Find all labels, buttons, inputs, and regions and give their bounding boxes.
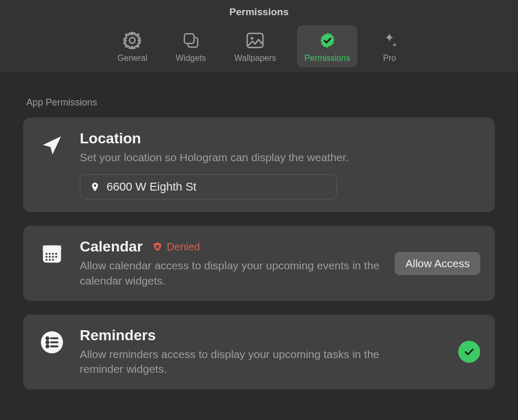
window-title: Permissions — [0, 6, 518, 18]
pin-icon — [90, 180, 100, 194]
reminders-title: Reminders — [80, 327, 156, 344]
svg-point-9 — [52, 253, 54, 255]
svg-point-12 — [49, 256, 51, 258]
content: App Permissions Location Set your locati… — [0, 73, 518, 390]
section-heading: App Permissions — [26, 97, 495, 108]
toolbar: Permissions General Widgets — [0, 0, 518, 73]
reminders-card: Reminders Allow reminders access to disp… — [23, 314, 495, 390]
calendar-icon — [38, 239, 66, 268]
allow-access-button[interactable]: Allow Access — [395, 252, 480, 275]
location-description: Set your location so Hologram can displa… — [80, 150, 389, 165]
svg-point-7 — [46, 253, 48, 255]
tab-permissions[interactable]: Permissions — [297, 25, 357, 67]
calendar-status-label: Denied — [167, 241, 200, 253]
tab-wallpapers[interactable]: Wallpapers — [227, 25, 283, 67]
tabs: General Widgets Wallpapers — [0, 25, 518, 72]
svg-point-13 — [52, 256, 54, 258]
location-title: Location — [80, 130, 141, 147]
location-value: 6600 W Eighth St — [107, 180, 196, 194]
tab-wallpapers-label: Wallpapers — [235, 54, 276, 63]
tab-permissions-label: Permissions — [304, 54, 350, 63]
svg-point-0 — [130, 38, 135, 44]
tab-general-label: General — [118, 54, 147, 63]
svg-rect-1 — [184, 34, 194, 43]
reminders-status-granted — [458, 341, 480, 363]
tab-widgets[interactable]: Widgets — [168, 25, 214, 67]
reminders-icon — [38, 328, 66, 356]
svg-rect-2 — [247, 34, 263, 48]
denied-shield-icon — [152, 242, 163, 252]
svg-point-11 — [46, 256, 48, 258]
svg-point-10 — [55, 253, 57, 255]
svg-point-15 — [46, 259, 48, 261]
svg-point-3 — [251, 37, 253, 39]
svg-point-8 — [49, 253, 51, 255]
sparkle-icon — [380, 30, 398, 50]
widgets-icon — [182, 30, 200, 50]
location-arrow-icon — [38, 131, 66, 160]
svg-point-14 — [55, 256, 57, 258]
location-field[interactable]: 6600 W Eighth St — [80, 174, 337, 200]
image-icon — [245, 30, 266, 50]
verified-icon — [319, 30, 336, 50]
calendar-card: Calendar Denied Allow calendar access to… — [23, 226, 495, 301]
calendar-title: Calendar — [80, 238, 143, 255]
tab-widgets-label: Widgets — [176, 54, 206, 63]
calendar-status: Denied — [152, 241, 200, 253]
reminders-description: Allow reminders access to display your u… — [80, 347, 389, 377]
location-card: Location Set your location so Hologram c… — [23, 118, 495, 212]
gear-icon — [122, 30, 143, 50]
tab-general[interactable]: General — [110, 25, 155, 67]
checkmark-icon — [458, 341, 480, 363]
svg-point-17 — [52, 259, 54, 261]
tab-pro[interactable]: Pro — [371, 25, 408, 67]
tab-pro-label: Pro — [383, 54, 396, 63]
svg-point-16 — [49, 259, 51, 261]
calendar-description: Allow calendar access to display your up… — [80, 258, 381, 288]
